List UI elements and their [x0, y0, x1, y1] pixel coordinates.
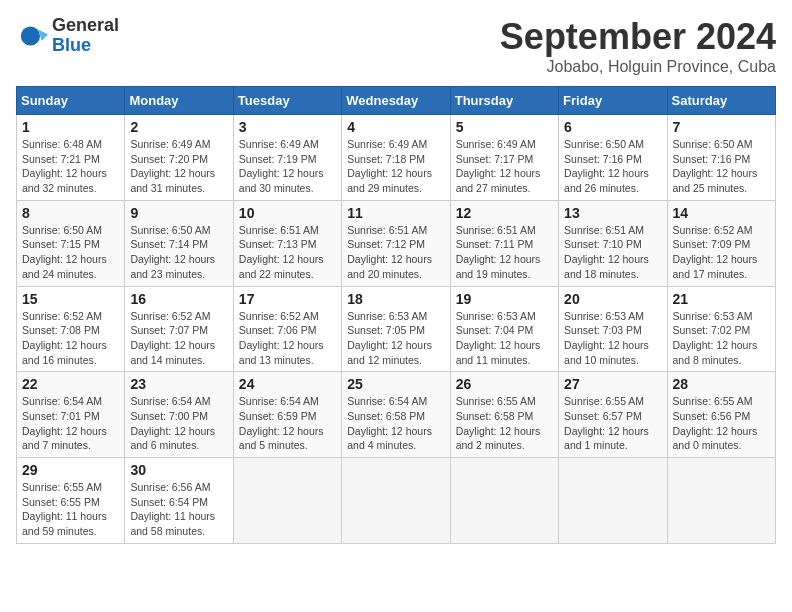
table-row: 13 Sunrise: 6:51 AM Sunset: 7:10 PM Dayl…: [559, 200, 667, 286]
table-row: 29 Sunrise: 6:55 AM Sunset: 6:55 PM Dayl…: [17, 458, 125, 544]
col-wednesday: Wednesday: [342, 87, 450, 115]
title-area: September 2024 Jobabo, Holguin Province,…: [500, 16, 776, 76]
day-info: Sunrise: 6:55 AM Sunset: 6:55 PM Dayligh…: [22, 480, 119, 539]
logo-blue-text: Blue: [52, 36, 119, 56]
calendar-row: 29 Sunrise: 6:55 AM Sunset: 6:55 PM Dayl…: [17, 458, 776, 544]
day-info: Sunrise: 6:55 AM Sunset: 6:57 PM Dayligh…: [564, 394, 661, 453]
day-number: 17: [239, 291, 336, 307]
day-number: 11: [347, 205, 444, 221]
calendar-header-row: Sunday Monday Tuesday Wednesday Thursday…: [17, 87, 776, 115]
day-number: 15: [22, 291, 119, 307]
table-row: 30 Sunrise: 6:56 AM Sunset: 6:54 PM Dayl…: [125, 458, 233, 544]
day-number: 14: [673, 205, 770, 221]
day-number: 27: [564, 376, 661, 392]
table-row: [450, 458, 558, 544]
day-info: Sunrise: 6:51 AM Sunset: 7:12 PM Dayligh…: [347, 223, 444, 282]
day-info: Sunrise: 6:53 AM Sunset: 7:03 PM Dayligh…: [564, 309, 661, 368]
table-row: 6 Sunrise: 6:50 AM Sunset: 7:16 PM Dayli…: [559, 115, 667, 201]
day-info: Sunrise: 6:52 AM Sunset: 7:09 PM Dayligh…: [673, 223, 770, 282]
day-number: 21: [673, 291, 770, 307]
logo-icon: [16, 20, 48, 52]
day-info: Sunrise: 6:51 AM Sunset: 7:11 PM Dayligh…: [456, 223, 553, 282]
day-number: 28: [673, 376, 770, 392]
col-saturday: Saturday: [667, 87, 775, 115]
table-row: 1 Sunrise: 6:48 AM Sunset: 7:21 PM Dayli…: [17, 115, 125, 201]
day-number: 1: [22, 119, 119, 135]
table-row: 15 Sunrise: 6:52 AM Sunset: 7:08 PM Dayl…: [17, 286, 125, 372]
col-monday: Monday: [125, 87, 233, 115]
table-row: 21 Sunrise: 6:53 AM Sunset: 7:02 PM Dayl…: [667, 286, 775, 372]
day-info: Sunrise: 6:49 AM Sunset: 7:19 PM Dayligh…: [239, 137, 336, 196]
day-number: 4: [347, 119, 444, 135]
table-row: 10 Sunrise: 6:51 AM Sunset: 7:13 PM Dayl…: [233, 200, 341, 286]
table-row: [667, 458, 775, 544]
calendar-row: 1 Sunrise: 6:48 AM Sunset: 7:21 PM Dayli…: [17, 115, 776, 201]
day-number: 26: [456, 376, 553, 392]
page-header: General Blue September 2024 Jobabo, Holg…: [16, 16, 776, 76]
table-row: 18 Sunrise: 6:53 AM Sunset: 7:05 PM Dayl…: [342, 286, 450, 372]
logo-text: General Blue: [52, 16, 119, 56]
day-number: 5: [456, 119, 553, 135]
day-number: 18: [347, 291, 444, 307]
day-info: Sunrise: 6:52 AM Sunset: 7:07 PM Dayligh…: [130, 309, 227, 368]
day-number: 30: [130, 462, 227, 478]
location-subtitle: Jobabo, Holguin Province, Cuba: [500, 58, 776, 76]
table-row: 26 Sunrise: 6:55 AM Sunset: 6:58 PM Dayl…: [450, 372, 558, 458]
table-row: 25 Sunrise: 6:54 AM Sunset: 6:58 PM Dayl…: [342, 372, 450, 458]
day-info: Sunrise: 6:52 AM Sunset: 7:06 PM Dayligh…: [239, 309, 336, 368]
table-row: 20 Sunrise: 6:53 AM Sunset: 7:03 PM Dayl…: [559, 286, 667, 372]
table-row: [233, 458, 341, 544]
day-info: Sunrise: 6:54 AM Sunset: 7:01 PM Dayligh…: [22, 394, 119, 453]
col-tuesday: Tuesday: [233, 87, 341, 115]
calendar-row: 22 Sunrise: 6:54 AM Sunset: 7:01 PM Dayl…: [17, 372, 776, 458]
day-number: 7: [673, 119, 770, 135]
table-row: 7 Sunrise: 6:50 AM Sunset: 7:16 PM Dayli…: [667, 115, 775, 201]
day-number: 24: [239, 376, 336, 392]
day-number: 23: [130, 376, 227, 392]
day-info: Sunrise: 6:51 AM Sunset: 7:10 PM Dayligh…: [564, 223, 661, 282]
col-thursday: Thursday: [450, 87, 558, 115]
day-info: Sunrise: 6:53 AM Sunset: 7:04 PM Dayligh…: [456, 309, 553, 368]
day-number: 8: [22, 205, 119, 221]
calendar-row: 8 Sunrise: 6:50 AM Sunset: 7:15 PM Dayli…: [17, 200, 776, 286]
day-info: Sunrise: 6:49 AM Sunset: 7:20 PM Dayligh…: [130, 137, 227, 196]
table-row: 24 Sunrise: 6:54 AM Sunset: 6:59 PM Dayl…: [233, 372, 341, 458]
day-number: 12: [456, 205, 553, 221]
day-number: 3: [239, 119, 336, 135]
day-info: Sunrise: 6:50 AM Sunset: 7:16 PM Dayligh…: [673, 137, 770, 196]
table-row: 4 Sunrise: 6:49 AM Sunset: 7:18 PM Dayli…: [342, 115, 450, 201]
table-row: 2 Sunrise: 6:49 AM Sunset: 7:20 PM Dayli…: [125, 115, 233, 201]
day-info: Sunrise: 6:51 AM Sunset: 7:13 PM Dayligh…: [239, 223, 336, 282]
month-title: September 2024: [500, 16, 776, 58]
col-friday: Friday: [559, 87, 667, 115]
day-info: Sunrise: 6:54 AM Sunset: 7:00 PM Dayligh…: [130, 394, 227, 453]
day-info: Sunrise: 6:52 AM Sunset: 7:08 PM Dayligh…: [22, 309, 119, 368]
calendar-row: 15 Sunrise: 6:52 AM Sunset: 7:08 PM Dayl…: [17, 286, 776, 372]
table-row: 27 Sunrise: 6:55 AM Sunset: 6:57 PM Dayl…: [559, 372, 667, 458]
day-number: 10: [239, 205, 336, 221]
day-info: Sunrise: 6:55 AM Sunset: 6:56 PM Dayligh…: [673, 394, 770, 453]
day-number: 13: [564, 205, 661, 221]
day-number: 9: [130, 205, 227, 221]
day-number: 25: [347, 376, 444, 392]
day-info: Sunrise: 6:50 AM Sunset: 7:15 PM Dayligh…: [22, 223, 119, 282]
table-row: 17 Sunrise: 6:52 AM Sunset: 7:06 PM Dayl…: [233, 286, 341, 372]
day-info: Sunrise: 6:54 AM Sunset: 6:58 PM Dayligh…: [347, 394, 444, 453]
table-row: 12 Sunrise: 6:51 AM Sunset: 7:11 PM Dayl…: [450, 200, 558, 286]
day-number: 6: [564, 119, 661, 135]
table-row: 28 Sunrise: 6:55 AM Sunset: 6:56 PM Dayl…: [667, 372, 775, 458]
day-number: 29: [22, 462, 119, 478]
logo-general-text: General: [52, 16, 119, 36]
svg-point-0: [21, 26, 40, 45]
table-row: 5 Sunrise: 6:49 AM Sunset: 7:17 PM Dayli…: [450, 115, 558, 201]
table-row: 23 Sunrise: 6:54 AM Sunset: 7:00 PM Dayl…: [125, 372, 233, 458]
day-info: Sunrise: 6:55 AM Sunset: 6:58 PM Dayligh…: [456, 394, 553, 453]
day-info: Sunrise: 6:53 AM Sunset: 7:02 PM Dayligh…: [673, 309, 770, 368]
table-row: 11 Sunrise: 6:51 AM Sunset: 7:12 PM Dayl…: [342, 200, 450, 286]
day-info: Sunrise: 6:50 AM Sunset: 7:16 PM Dayligh…: [564, 137, 661, 196]
table-row: [559, 458, 667, 544]
table-row: 19 Sunrise: 6:53 AM Sunset: 7:04 PM Dayl…: [450, 286, 558, 372]
table-row: 9 Sunrise: 6:50 AM Sunset: 7:14 PM Dayli…: [125, 200, 233, 286]
day-info: Sunrise: 6:49 AM Sunset: 7:17 PM Dayligh…: [456, 137, 553, 196]
table-row: 3 Sunrise: 6:49 AM Sunset: 7:19 PM Dayli…: [233, 115, 341, 201]
